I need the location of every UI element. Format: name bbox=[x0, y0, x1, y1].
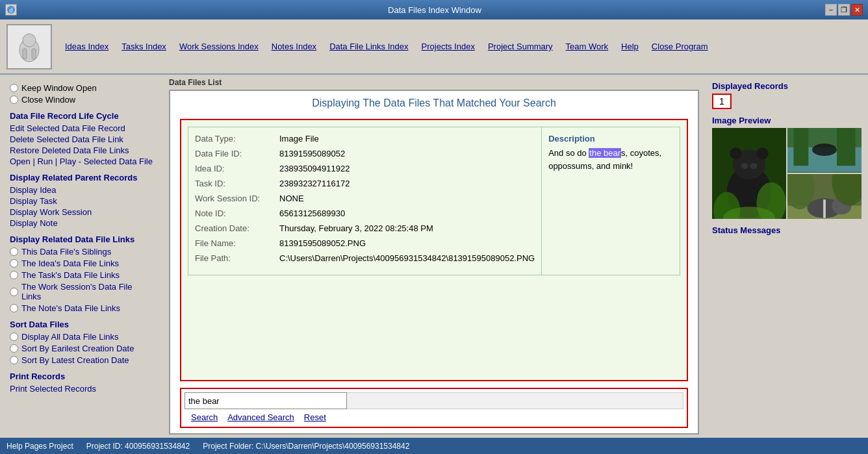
status-help-pages: Help Pages Project bbox=[6, 442, 73, 451]
description-prefix: And so do bbox=[548, 148, 589, 158]
note-links-link[interactable]: The Note's Data File Links bbox=[21, 303, 120, 313]
svg-rect-19 bbox=[837, 128, 856, 166]
work-session-links-item[interactable]: The Work Session's Data File Links bbox=[10, 282, 153, 301]
note-links-radio[interactable] bbox=[10, 304, 18, 312]
data-type-label: Data Type: bbox=[195, 134, 279, 144]
display-all-link[interactable]: Display All Data File Links bbox=[21, 332, 119, 342]
menu-ideas-index[interactable]: Ideas Index bbox=[58, 39, 115, 54]
file-name-value: 81391595089052.PNG bbox=[279, 238, 366, 248]
bear-image-top-right[interactable] bbox=[787, 128, 862, 173]
print-selected-link[interactable]: Print Selected Records bbox=[10, 384, 153, 394]
menu-project-summary[interactable]: Project Summary bbox=[481, 39, 559, 54]
work-session-links-radio[interactable] bbox=[10, 288, 18, 296]
search-buttons: Search Advanced Search Reset bbox=[185, 411, 683, 423]
record-outer: Data Type: Image File Data File ID: 8139… bbox=[180, 119, 688, 381]
work-session-links-link[interactable]: The Work Session's Data File Links bbox=[21, 282, 153, 301]
bear-image-bottom-right[interactable] bbox=[787, 174, 862, 219]
search-row bbox=[185, 392, 683, 409]
note-id-row: Note ID: 65613125689930 bbox=[195, 208, 535, 218]
status-project-id: Project ID: 400956931534842 bbox=[86, 442, 190, 451]
reset-button[interactable]: Reset bbox=[301, 411, 329, 423]
display-task-link[interactable]: Display Task bbox=[10, 196, 153, 206]
menu-projects-index[interactable]: Projects Index bbox=[415, 39, 481, 54]
siblings-item[interactable]: This Data File's Siblings bbox=[10, 247, 153, 257]
restore-links-link[interactable]: Restore Deleted Data File Links bbox=[10, 145, 153, 155]
idea-links-radio[interactable] bbox=[10, 259, 18, 268]
print-title: Print Records bbox=[10, 372, 153, 381]
search-button[interactable]: Search bbox=[188, 411, 221, 423]
display-all-radio[interactable] bbox=[10, 333, 18, 341]
status-project-folder-label: Project Folder: bbox=[203, 442, 253, 451]
svg-rect-18 bbox=[794, 128, 809, 166]
sort-earliest-link[interactable]: Sort By Earilest Creation Date bbox=[21, 344, 134, 353]
menu-help[interactable]: Help bbox=[615, 39, 645, 54]
svg-rect-5 bbox=[32, 49, 36, 59]
creation-date-label: Creation Date: bbox=[195, 223, 279, 233]
svg-point-20 bbox=[812, 144, 837, 156]
keep-window-open-item[interactable]: Keep Window Open bbox=[10, 83, 153, 93]
menu-bar: Ideas Index Tasks Index Work Sessions In… bbox=[0, 19, 868, 75]
idea-id-value: 238935094911922 bbox=[279, 164, 350, 173]
right-panel: Displayed Records 1 Image Preview bbox=[706, 75, 868, 438]
menu-notes-index[interactable]: Notes Index bbox=[265, 39, 323, 54]
description-highlight: the bear bbox=[589, 148, 621, 158]
record-count: 1 bbox=[712, 94, 732, 109]
sort-latest-link[interactable]: Sort By Latest Creation Date bbox=[21, 355, 129, 365]
svg-point-10 bbox=[756, 147, 768, 159]
work-session-id-row: Work Session ID: NONE bbox=[195, 194, 535, 203]
display-related-links-title: Display Related Data File Links bbox=[10, 234, 153, 244]
menu-close-program[interactable]: Close Program bbox=[645, 39, 715, 54]
display-all-item[interactable]: Display All Data File Links bbox=[10, 332, 153, 342]
svg-point-9 bbox=[730, 147, 741, 159]
menu-items: Ideas Index Tasks Index Work Sessions In… bbox=[58, 39, 715, 54]
idea-links-link[interactable]: The Idea's Data File Links bbox=[21, 259, 119, 268]
search-input[interactable] bbox=[185, 392, 347, 409]
status-project-id-label: Project ID: bbox=[86, 442, 123, 451]
close-window-item[interactable]: Close Window bbox=[10, 95, 153, 105]
sort-latest-item[interactable]: Sort By Latest Creation Date bbox=[10, 355, 153, 365]
bear-image-main[interactable] bbox=[712, 128, 786, 219]
menu-data-file-links-index[interactable]: Data File Links Index bbox=[323, 39, 415, 54]
menu-work-sessions-index[interactable]: Work Sessions Index bbox=[173, 39, 265, 54]
sort-earliest-radio[interactable] bbox=[10, 344, 18, 353]
task-links-link[interactable]: The Task's Data File Links bbox=[21, 270, 120, 280]
data-file-id-label: Data File ID: bbox=[195, 149, 279, 158]
sort-earliest-item[interactable]: Sort By Earilest Creation Date bbox=[10, 344, 153, 353]
close-window-button[interactable]: ✕ bbox=[851, 4, 863, 16]
note-id-value: 65613125689930 bbox=[279, 208, 345, 218]
description-text: And so do the bears, coyotes, oppossums,… bbox=[548, 147, 673, 172]
sort-latest-radio[interactable] bbox=[10, 356, 18, 364]
advanced-search-button[interactable]: Advanced Search bbox=[224, 411, 298, 423]
close-window-radio[interactable] bbox=[10, 95, 18, 104]
app-logo bbox=[6, 24, 52, 69]
task-links-radio[interactable] bbox=[10, 271, 18, 279]
status-messages-title: Status Messages bbox=[712, 225, 862, 235]
creation-date-row: Creation Date: Thursday, February 3, 202… bbox=[195, 223, 535, 233]
close-window-label: Close Window bbox=[21, 95, 75, 105]
task-links-item[interactable]: The Task's Data File Links bbox=[10, 270, 153, 280]
delete-link-link[interactable]: Delete Selected Data File Link bbox=[10, 134, 153, 144]
display-work-session-link[interactable]: Display Work Session bbox=[10, 207, 153, 217]
image-preview-container bbox=[712, 128, 862, 219]
keep-window-radio[interactable] bbox=[10, 84, 18, 92]
siblings-link[interactable]: This Data File's Siblings bbox=[21, 247, 111, 257]
display-note-link[interactable]: Display Note bbox=[10, 218, 153, 228]
display-related-title: Display Related Parent Records bbox=[10, 173, 153, 183]
search-rest-input[interactable] bbox=[347, 392, 683, 409]
image-preview-section: Image Preview bbox=[712, 116, 862, 219]
data-type-value: Image File bbox=[279, 134, 319, 144]
display-idea-link[interactable]: Display Idea bbox=[10, 185, 153, 195]
file-path-label: File Path: bbox=[195, 253, 279, 263]
menu-team-work[interactable]: Team Work bbox=[559, 39, 615, 54]
image-preview-title: Image Preview bbox=[712, 116, 862, 125]
open-run-link[interactable]: Open | Run | Play - Selected Data File bbox=[10, 157, 153, 166]
idea-links-item[interactable]: The Idea's Data File Links bbox=[10, 259, 153, 268]
file-path-value: C:\Users\Darren\Projects\400956931534842… bbox=[279, 253, 535, 263]
edit-record-link[interactable]: Edit Selected Data File Record bbox=[10, 123, 153, 133]
minimize-button[interactable]: − bbox=[825, 4, 837, 16]
note-links-item[interactable]: The Note's Data File Links bbox=[10, 303, 153, 313]
app-icon: d bbox=[5, 4, 17, 16]
restore-button[interactable]: ❐ bbox=[838, 4, 850, 16]
menu-tasks-index[interactable]: Tasks Index bbox=[115, 39, 173, 54]
siblings-radio[interactable] bbox=[10, 247, 18, 256]
